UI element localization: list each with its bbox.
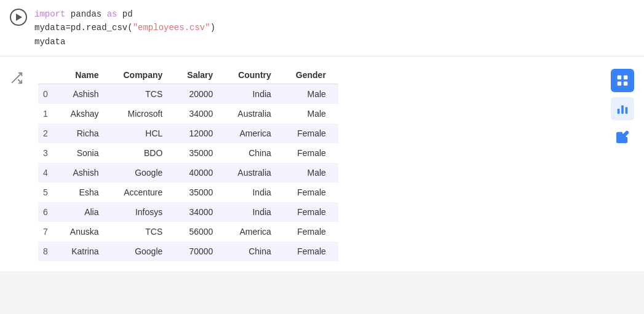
svg-rect-6	[624, 82, 627, 85]
cell-company: Microsoft	[111, 104, 175, 124]
cell-country: China	[225, 143, 283, 163]
cell-salary: 70000	[175, 241, 225, 261]
cell-company: Infosys	[111, 202, 175, 222]
cell-company: Google	[111, 163, 175, 183]
cell-name: Ashish	[58, 163, 111, 183]
cell-gender: Female	[284, 183, 338, 202]
cell-country: India	[225, 183, 283, 202]
cell-index: 5	[38, 183, 58, 202]
cell-salary: 40000	[175, 163, 225, 183]
bar-chart-icon	[616, 102, 629, 116]
cell-salary: 35000	[175, 143, 225, 163]
keyword-as: as	[107, 9, 117, 19]
table-header-row: Name Company Salary Country Gender	[38, 66, 338, 84]
table-row: 6 Alia Infosys 34000 India Female	[38, 202, 338, 222]
cell-index: 3	[38, 143, 58, 163]
keyword-import: import	[34, 9, 65, 19]
code-plain-2: pd	[117, 9, 132, 19]
cell-index: 8	[38, 241, 58, 261]
cell-gender: Male	[284, 104, 338, 124]
cell-salary: 12000	[175, 124, 225, 143]
svg-marker-0	[16, 14, 22, 21]
table-body: 0 Ashish TCS 20000 India Male 1 Akshay M…	[38, 84, 338, 262]
th-gender: Gender	[284, 66, 338, 84]
svg-rect-5	[618, 82, 621, 85]
svg-rect-4	[624, 76, 627, 79]
cell-company: Google	[111, 241, 175, 261]
cell-country: Australia	[225, 163, 283, 183]
cell-country: America	[225, 222, 283, 241]
code-end: )	[210, 23, 215, 33]
cell-gender: Male	[284, 84, 338, 104]
th-country: Country	[225, 66, 283, 84]
cell-country: India	[225, 84, 283, 104]
cell-salary: 20000	[175, 84, 225, 104]
cell-gender: Female	[284, 202, 338, 222]
table-row: 7 Anuska TCS 56000 America Female	[38, 222, 338, 241]
cell-index: 7	[38, 222, 58, 241]
table-row: 1 Akshay Microsoft 34000 Australia Male	[38, 104, 338, 124]
table-view-button[interactable]	[611, 69, 634, 92]
code-line-1: import pandas as pd	[34, 7, 215, 21]
toolbar-icons	[598, 66, 644, 261]
cell-salary: 34000	[175, 202, 225, 222]
cell-name: Richa	[58, 124, 111, 143]
cell-salary: 56000	[175, 222, 225, 241]
cell-name: Anuska	[58, 222, 111, 241]
cell-company: TCS	[111, 84, 175, 104]
run-icon	[15, 14, 23, 21]
bar-chart-button[interactable]	[611, 97, 634, 120]
table-container: Name Company Salary Country Gender 0 Ash…	[33, 66, 598, 261]
cell-name: Alia	[58, 202, 111, 222]
cell-company: Accenture	[111, 183, 175, 202]
cell-name: Esha	[58, 183, 111, 202]
cell-index: 6	[38, 202, 58, 222]
svg-rect-9	[626, 107, 628, 114]
svg-rect-8	[621, 106, 624, 114]
code-string: "employees.csv"	[133, 23, 210, 33]
cell-salary: 34000	[175, 104, 225, 124]
table-row: 3 Sonia BDO 35000 China Female	[38, 143, 338, 163]
cell-country: Australia	[225, 104, 283, 124]
cell-gender: Female	[284, 222, 338, 241]
th-name: Name	[58, 66, 111, 84]
th-salary: Salary	[175, 66, 225, 84]
table-row: 8 Katrina Google 70000 China Female	[38, 241, 338, 261]
code-line-3: mydata	[34, 35, 215, 49]
cell-name: Sonia	[58, 143, 111, 163]
table-row: 5 Esha Accenture 35000 India Female	[38, 183, 338, 202]
cell-company: BDO	[111, 143, 175, 163]
run-button[interactable]	[10, 9, 27, 26]
cell-index: 2	[38, 124, 58, 143]
svg-rect-7	[618, 109, 620, 114]
cell-country: India	[225, 202, 283, 222]
th-index	[38, 66, 58, 84]
code-line-2: mydata=pd.read_csv("employees.csv")	[34, 21, 215, 34]
cell-country: China	[225, 241, 283, 261]
cell-name: Katrina	[58, 241, 111, 261]
code-mydata: mydata	[34, 37, 65, 47]
code-read-csv: mydata=pd.read_csv(	[34, 23, 133, 33]
output-cell: Name Company Salary Country Gender 0 Ash…	[0, 57, 644, 271]
cell-index: 1	[38, 104, 58, 124]
code-plain-1: pandas	[65, 9, 106, 19]
cell-name: Akshay	[58, 104, 111, 124]
table-row: 2 Richa HCL 12000 America Female	[38, 124, 338, 143]
table-row: 0 Ashish TCS 20000 India Male	[38, 84, 338, 104]
output-left	[0, 66, 33, 261]
cell-gender: Male	[284, 163, 338, 183]
cell-company: HCL	[111, 124, 175, 143]
svg-rect-3	[618, 76, 621, 79]
table-row: 4 Ashish Google 40000 Australia Male	[38, 163, 338, 183]
table-icon	[616, 74, 629, 87]
cell-country: America	[225, 124, 283, 143]
cell-gender: Female	[284, 143, 338, 163]
cell-index: 0	[38, 84, 58, 104]
cell-index: 4	[38, 163, 58, 183]
edit-icon	[616, 130, 629, 144]
code-block: import pandas as pd mydata=pd.read_csv("…	[34, 7, 215, 49]
cell-name: Ashish	[58, 84, 111, 104]
edit-button[interactable]	[611, 125, 634, 149]
shuffle-icon[interactable]	[10, 71, 23, 88]
cell-company: TCS	[111, 222, 175, 241]
